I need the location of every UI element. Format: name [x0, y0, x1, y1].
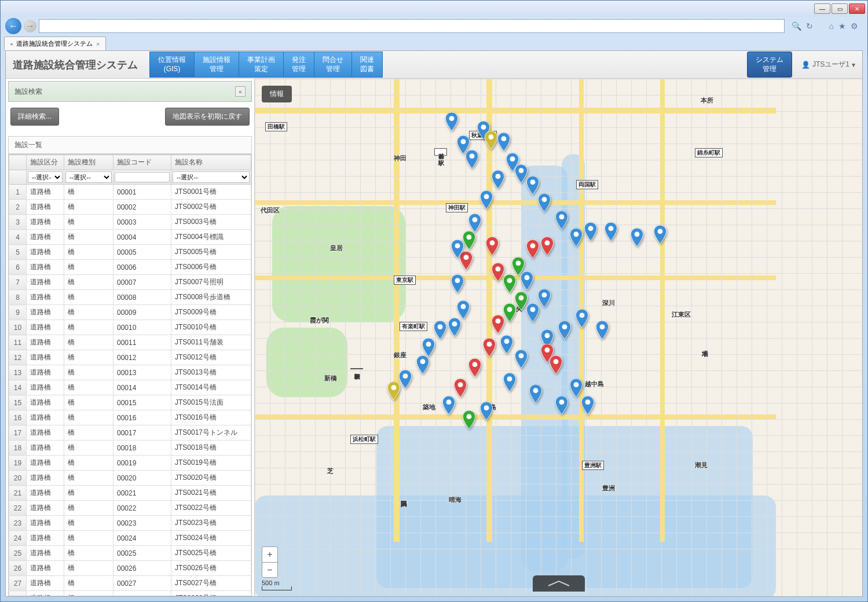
- collapse-sidebar-button[interactable]: «: [235, 86, 246, 97]
- column-header[interactable]: 施設コード: [113, 155, 171, 170]
- map-area[interactable]: 本所田橋駅秋葉原駅神田御茶ノ水駅錦糸町駅代田区両国駅神田駅皇居東京駅中央深川江東…: [255, 79, 862, 596]
- map-pin[interactable]: [581, 396, 594, 414]
- map-pin[interactable]: [503, 303, 516, 322]
- map-pin[interactable]: [463, 410, 475, 429]
- map-pin[interactable]: [492, 170, 504, 189]
- map-pin[interactable]: [422, 338, 435, 357]
- table-row[interactable]: 27道路橋橋00027JTS0027号橋: [9, 576, 251, 591]
- map-pin[interactable]: [503, 373, 516, 391]
- map-pin[interactable]: [448, 318, 461, 336]
- table-row[interactable]: 7道路橋橋00007JTS0007号照明: [9, 275, 251, 290]
- search-icon[interactable]: 🔍: [792, 21, 801, 31]
- table-row[interactable]: 20道路橋橋00020JTS0020号橋: [9, 471, 251, 486]
- map-pin[interactable]: [500, 335, 513, 354]
- map-pin[interactable]: [492, 315, 504, 333]
- detail-search-button[interactable]: 詳細検索...: [10, 108, 59, 126]
- settings-icon[interactable]: ⚙: [851, 21, 858, 31]
- reset-map-button[interactable]: 地図表示を初期に戻す: [165, 108, 250, 126]
- address-input[interactable]: [39, 19, 785, 33]
- table-row[interactable]: 14道路橋橋00014JTS0014号橋: [9, 380, 251, 395]
- user-menu[interactable]: 👤 JTSユーザ1 ▾: [801, 60, 855, 69]
- filter-select[interactable]: --選択--: [28, 171, 63, 183]
- minimize-button[interactable]: —: [814, 3, 830, 14]
- table-row[interactable]: 4道路橋橋00004JTS0004号標識: [9, 230, 251, 245]
- map-pin[interactable]: [654, 225, 666, 244]
- column-header[interactable]: 施設種別: [64, 155, 113, 170]
- system-admin-button[interactable]: システム 管理: [747, 52, 792, 78]
- map-pin[interactable]: [463, 231, 475, 249]
- map-pin[interactable]: [457, 300, 470, 319]
- table-row[interactable]: 2道路橋橋00002JTS0002号橋: [9, 200, 251, 215]
- column-header[interactable]: [9, 155, 27, 170]
- map-pin[interactable]: [445, 112, 458, 131]
- map-pin[interactable]: [538, 289, 551, 307]
- table-row[interactable]: 26道路橋橋00026JTS0026号橋: [9, 561, 251, 576]
- map-pin[interactable]: [538, 193, 551, 212]
- map-info-button[interactable]: 情報: [262, 86, 292, 102]
- table-row[interactable]: 5道路橋橋00005JTS0005号橋: [9, 245, 251, 260]
- nav-tab[interactable]: 位置情報 (GIS): [149, 52, 195, 78]
- table-row[interactable]: 11道路橋橋00011JTS0011号舗装: [9, 335, 251, 350]
- table-row[interactable]: 6道路橋橋00006JTS0006号橋: [9, 260, 251, 275]
- map-pin[interactable]: [434, 321, 446, 339]
- map-pin[interactable]: [631, 228, 643, 247]
- forward-button[interactable]: →: [24, 20, 36, 32]
- nav-tab[interactable]: 事業計画 策定: [239, 52, 284, 78]
- map-pin[interactable]: [515, 350, 528, 368]
- map-pin[interactable]: [480, 402, 493, 420]
- map-pin[interactable]: [576, 309, 588, 328]
- nav-tab[interactable]: 発注 管理: [284, 52, 314, 78]
- map-pin[interactable]: [521, 271, 533, 290]
- zoom-out-button[interactable]: −: [262, 562, 277, 577]
- map-pin[interactable]: [605, 222, 617, 241]
- table-row[interactable]: 3道路橋橋00003JTS0003号橋: [9, 215, 251, 230]
- maximize-button[interactable]: ▭: [832, 3, 848, 14]
- filter-select[interactable]: --選択--: [65, 171, 112, 183]
- map-pin[interactable]: [515, 292, 528, 310]
- map-pin[interactable]: [416, 355, 429, 374]
- table-row[interactable]: 13道路橋橋00013JTS0013号橋: [9, 365, 251, 380]
- back-button[interactable]: ←: [5, 18, 21, 34]
- table-row[interactable]: 24道路橋橋00024JTS0024号橋: [9, 531, 251, 546]
- map-pin[interactable]: [558, 321, 571, 339]
- map-pin[interactable]: [480, 190, 493, 209]
- map-pin[interactable]: [570, 228, 583, 247]
- home-icon[interactable]: ⌂: [829, 21, 834, 31]
- nav-tab[interactable]: 問合せ 管理: [314, 52, 352, 78]
- map-canvas[interactable]: 本所田橋駅秋葉原駅神田御茶ノ水駅錦糸町駅代田区両国駅神田駅皇居東京駅中央深川江東…: [255, 79, 862, 596]
- table-row[interactable]: 25道路橋橋00025JTS0025号橋: [9, 546, 251, 561]
- table-row[interactable]: 9道路橋橋00009JTS0009号橋: [9, 305, 251, 320]
- map-pin[interactable]: [486, 237, 499, 255]
- table-row[interactable]: 21道路橋橋00021JTS0021号橋: [9, 486, 251, 501]
- map-pin[interactable]: [526, 303, 539, 322]
- map-pin[interactable]: [503, 274, 516, 293]
- table-row[interactable]: 23道路橋橋00023JTS0023号橋: [9, 516, 251, 531]
- close-button[interactable]: ✕: [849, 3, 865, 14]
- map-pin[interactable]: [570, 379, 583, 397]
- map-pin[interactable]: [466, 150, 478, 168]
- map-pin[interactable]: [596, 321, 609, 339]
- favorites-icon[interactable]: ★: [838, 21, 846, 31]
- nav-tab[interactable]: 関連 図書: [352, 52, 383, 78]
- table-row[interactable]: 8道路橋橋00008JTS0008号歩道橋: [9, 290, 251, 305]
- map-pin[interactable]: [387, 381, 400, 400]
- facility-table-wrap[interactable]: 施設区分施設種別施設コード施設名称 --選択----選択----選択-- 1道路…: [8, 154, 252, 596]
- tab-close-icon[interactable]: ×: [96, 41, 100, 47]
- column-header[interactable]: 施設区分: [27, 155, 64, 170]
- map-pin[interactable]: [399, 370, 412, 388]
- table-row[interactable]: 12道路橋橋00012JTS0012号橋: [9, 350, 251, 365]
- table-row[interactable]: 15道路橋橋00015JTS0015号法面: [9, 395, 251, 410]
- map-pin[interactable]: [485, 131, 497, 149]
- refresh-icon[interactable]: ↻: [806, 21, 813, 31]
- map-pin[interactable]: [526, 176, 539, 194]
- map-pin[interactable]: [555, 211, 568, 229]
- filter-input-code[interactable]: [115, 172, 170, 182]
- map-pin[interactable]: [451, 240, 464, 258]
- table-row[interactable]: 10道路橋橋00010JTS0010号橋: [9, 320, 251, 335]
- column-header[interactable]: 施設名称: [171, 155, 251, 170]
- map-pin[interactable]: [526, 240, 539, 258]
- map-pin[interactable]: [454, 379, 467, 397]
- table-row[interactable]: 1道路橋橋00001JTS0001号橋: [9, 185, 251, 200]
- map-pin[interactable]: [483, 338, 496, 357]
- map-pin[interactable]: [584, 222, 597, 241]
